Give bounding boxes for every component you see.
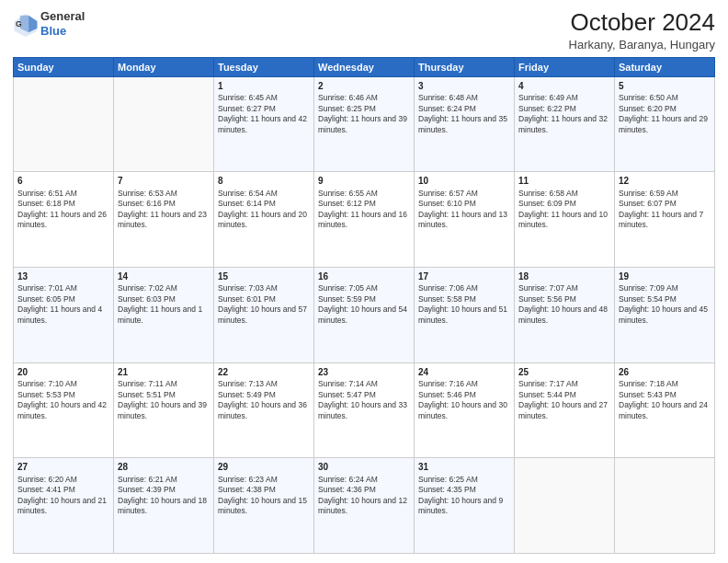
svg-text:G: G	[16, 19, 22, 29]
day-info: Sunrise: 6:46 AM Sunset: 6:25 PM Dayligh…	[318, 93, 410, 135]
logo-text: General Blue	[40, 9, 85, 38]
logo-blue: Blue	[40, 24, 85, 39]
calendar-day-cell: 27Sunrise: 6:20 AM Sunset: 4:41 PM Dayli…	[14, 458, 114, 554]
calendar-day-cell: 7Sunrise: 6:53 AM Sunset: 6:16 PM Daylig…	[114, 172, 214, 268]
day-info: Sunrise: 6:53 AM Sunset: 6:16 PM Dayligh…	[118, 189, 210, 231]
day-number: 24	[418, 366, 510, 379]
day-info: Sunrise: 6:58 AM Sunset: 6:09 PM Dayligh…	[518, 189, 610, 231]
calendar-week-row: 1Sunrise: 6:45 AM Sunset: 6:27 PM Daylig…	[14, 76, 715, 172]
calendar-day-cell: 20Sunrise: 7:10 AM Sunset: 5:53 PM Dayli…	[14, 362, 114, 458]
day-number: 2	[318, 80, 410, 93]
day-info: Sunrise: 6:49 AM Sunset: 6:22 PM Dayligh…	[518, 93, 610, 135]
calendar-day-cell: 31Sunrise: 6:25 AM Sunset: 4:35 PM Dayli…	[415, 458, 515, 554]
day-number: 12	[619, 175, 711, 188]
day-info: Sunrise: 7:11 AM Sunset: 5:51 PM Dayligh…	[118, 379, 210, 421]
calendar-day-cell: 18Sunrise: 7:07 AM Sunset: 5:56 PM Dayli…	[515, 267, 615, 362]
calendar-day-cell: 10Sunrise: 6:57 AM Sunset: 6:10 PM Dayli…	[415, 172, 515, 268]
day-number: 13	[17, 270, 109, 283]
calendar-day-cell: 30Sunrise: 6:24 AM Sunset: 4:36 PM Dayli…	[314, 458, 415, 554]
calendar-day-cell: 8Sunrise: 6:54 AM Sunset: 6:14 PM Daylig…	[214, 172, 314, 268]
calendar-day-cell: 9Sunrise: 6:55 AM Sunset: 6:12 PM Daylig…	[314, 172, 415, 268]
day-of-week-header: Saturday	[615, 57, 715, 76]
calendar-day-cell: 21Sunrise: 7:11 AM Sunset: 5:51 PM Dayli…	[114, 362, 214, 458]
day-info: Sunrise: 6:45 AM Sunset: 6:27 PM Dayligh…	[218, 93, 310, 135]
day-number: 10	[418, 175, 510, 188]
day-number: 20	[17, 366, 109, 379]
day-number: 11	[518, 175, 610, 188]
calendar-day-cell: 26Sunrise: 7:18 AM Sunset: 5:43 PM Dayli…	[615, 362, 715, 458]
day-number: 18	[518, 270, 610, 283]
day-number: 27	[17, 461, 109, 474]
day-number: 3	[418, 80, 510, 93]
month-year: October 2024	[569, 9, 715, 36]
day-number: 6	[17, 175, 109, 188]
day-number: 29	[218, 461, 310, 474]
calendar-day-cell: 4Sunrise: 6:49 AM Sunset: 6:22 PM Daylig…	[515, 76, 615, 172]
day-info: Sunrise: 7:14 AM Sunset: 5:47 PM Dayligh…	[318, 379, 410, 421]
day-info: Sunrise: 7:01 AM Sunset: 6:05 PM Dayligh…	[17, 283, 109, 326]
day-info: Sunrise: 6:51 AM Sunset: 6:18 PM Dayligh…	[17, 189, 109, 231]
day-number: 16	[318, 270, 410, 283]
calendar-day-cell: 3Sunrise: 6:48 AM Sunset: 6:24 PM Daylig…	[415, 76, 515, 172]
day-info: Sunrise: 6:50 AM Sunset: 6:20 PM Dayligh…	[619, 93, 711, 135]
day-info: Sunrise: 7:18 AM Sunset: 5:43 PM Dayligh…	[619, 379, 711, 421]
day-number: 1	[218, 80, 310, 93]
calendar-header-row: SundayMondayTuesdayWednesdayThursdayFrid…	[14, 57, 715, 76]
day-number: 8	[218, 175, 310, 188]
calendar-week-row: 20Sunrise: 7:10 AM Sunset: 5:53 PM Dayli…	[14, 362, 715, 458]
calendar-day-cell: 1Sunrise: 6:45 AM Sunset: 6:27 PM Daylig…	[214, 76, 314, 172]
day-info: Sunrise: 6:23 AM Sunset: 4:38 PM Dayligh…	[218, 475, 310, 517]
day-info: Sunrise: 6:57 AM Sunset: 6:10 PM Dayligh…	[418, 189, 510, 231]
title-block: October 2024 Harkany, Baranya, Hungary	[569, 9, 715, 52]
calendar-day-cell	[114, 76, 214, 172]
calendar-day-cell: 16Sunrise: 7:05 AM Sunset: 5:59 PM Dayli…	[314, 267, 415, 362]
page: G General Blue October 2024 Harkany, Bar…	[0, 0, 728, 563]
day-info: Sunrise: 7:16 AM Sunset: 5:46 PM Dayligh…	[418, 379, 510, 421]
day-number: 30	[318, 461, 410, 474]
day-info: Sunrise: 6:21 AM Sunset: 4:39 PM Dayligh…	[118, 475, 210, 517]
calendar-week-row: 13Sunrise: 7:01 AM Sunset: 6:05 PM Dayli…	[14, 267, 715, 362]
day-info: Sunrise: 6:25 AM Sunset: 4:35 PM Dayligh…	[418, 475, 510, 517]
calendar-day-cell: 24Sunrise: 7:16 AM Sunset: 5:46 PM Dayli…	[415, 362, 515, 458]
day-number: 26	[619, 366, 711, 379]
calendar-day-cell: 29Sunrise: 6:23 AM Sunset: 4:38 PM Dayli…	[214, 458, 314, 554]
day-number: 22	[218, 366, 310, 379]
day-of-week-header: Thursday	[415, 57, 515, 76]
day-info: Sunrise: 7:03 AM Sunset: 6:01 PM Dayligh…	[218, 283, 310, 326]
day-info: Sunrise: 6:24 AM Sunset: 4:36 PM Dayligh…	[318, 475, 410, 517]
calendar-day-cell	[14, 76, 114, 172]
calendar-day-cell: 28Sunrise: 6:21 AM Sunset: 4:39 PM Dayli…	[114, 458, 214, 554]
calendar-day-cell: 5Sunrise: 6:50 AM Sunset: 6:20 PM Daylig…	[615, 76, 715, 172]
calendar-day-cell: 2Sunrise: 6:46 AM Sunset: 6:25 PM Daylig…	[314, 76, 415, 172]
day-number: 5	[619, 80, 711, 93]
day-of-week-header: Sunday	[14, 57, 114, 76]
day-number: 21	[118, 366, 210, 379]
logo-general: General	[40, 9, 85, 24]
day-info: Sunrise: 7:17 AM Sunset: 5:44 PM Dayligh…	[518, 379, 610, 421]
calendar-day-cell: 19Sunrise: 7:09 AM Sunset: 5:54 PM Dayli…	[615, 267, 715, 362]
day-number: 7	[118, 175, 210, 188]
calendar-day-cell: 6Sunrise: 6:51 AM Sunset: 6:18 PM Daylig…	[14, 172, 114, 268]
day-number: 31	[418, 461, 510, 474]
location: Harkany, Baranya, Hungary	[569, 38, 715, 52]
calendar-day-cell: 12Sunrise: 6:59 AM Sunset: 6:07 PM Dayli…	[615, 172, 715, 268]
calendar-day-cell: 23Sunrise: 7:14 AM Sunset: 5:47 PM Dayli…	[314, 362, 415, 458]
day-info: Sunrise: 7:10 AM Sunset: 5:53 PM Dayligh…	[17, 379, 109, 421]
day-number: 19	[619, 270, 711, 283]
day-number: 14	[118, 270, 210, 283]
day-of-week-header: Monday	[114, 57, 214, 76]
day-info: Sunrise: 6:54 AM Sunset: 6:14 PM Dayligh…	[218, 189, 310, 231]
calendar-day-cell: 13Sunrise: 7:01 AM Sunset: 6:05 PM Dayli…	[14, 267, 114, 362]
logo-icon: G	[13, 11, 39, 37]
day-info: Sunrise: 7:09 AM Sunset: 5:54 PM Dayligh…	[619, 283, 711, 326]
day-of-week-header: Tuesday	[214, 57, 314, 76]
day-info: Sunrise: 7:13 AM Sunset: 5:49 PM Dayligh…	[218, 379, 310, 421]
calendar-day-cell: 14Sunrise: 7:02 AM Sunset: 6:03 PM Dayli…	[114, 267, 214, 362]
day-info: Sunrise: 6:55 AM Sunset: 6:12 PM Dayligh…	[318, 189, 410, 231]
day-of-week-header: Wednesday	[314, 57, 415, 76]
day-number: 23	[318, 366, 410, 379]
day-number: 28	[118, 461, 210, 474]
calendar-table: SundayMondayTuesdayWednesdayThursdayFrid…	[13, 57, 715, 554]
day-number: 17	[418, 270, 510, 283]
day-info: Sunrise: 7:05 AM Sunset: 5:59 PM Dayligh…	[318, 283, 410, 326]
